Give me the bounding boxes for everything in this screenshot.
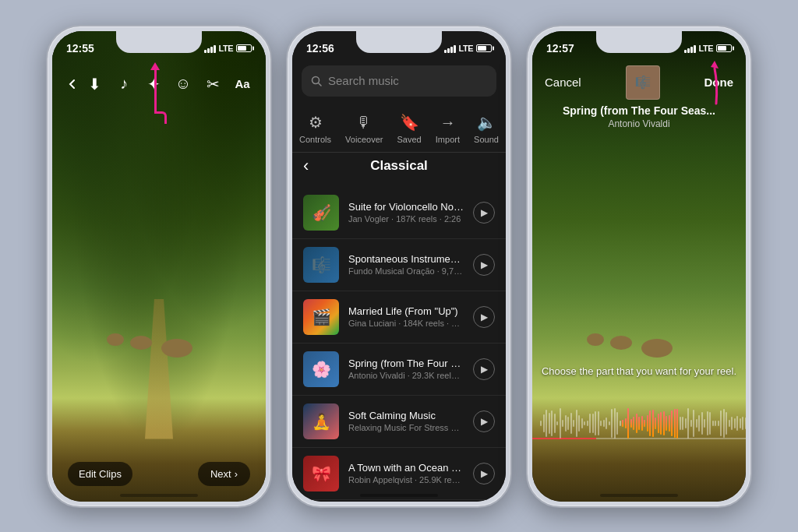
tab-controls[interactable]: ⚙ Controls [299, 113, 331, 144]
album-art: 🎼 [626, 65, 660, 100]
arrow-annotation-3 [685, 61, 724, 111]
tab-sound[interactable]: 🔈 Sound [474, 113, 499, 144]
list-item[interactable]: 🎻 Suite for Violoncello No. 1 in G Maj..… [292, 187, 506, 239]
track-meta-6: Robin Appelqvist · 25.9K reels · 4:39 [348, 475, 464, 484]
track-title-6: A Town with an Ocean View (From... [348, 462, 464, 474]
play-button-5[interactable]: ▶ [473, 410, 495, 432]
battery-3 [716, 44, 732, 52]
lte-2: LTE [459, 44, 473, 53]
track-title-4: Spring (from The Four Seasons) [348, 358, 464, 369]
play-button-1[interactable]: ▶ [473, 202, 495, 224]
track-info-5: Soft Calming Music Relaxing Music For St… [348, 410, 464, 432]
home-indicator-2 [360, 494, 438, 497]
list-item[interactable]: 🎬 Married Life (From "Up") Gina Luciani … [292, 291, 506, 344]
track-thumb-4: 🌸 [303, 351, 339, 387]
track-info-4: Spring (from The Four Seasons) Antonio V… [348, 358, 464, 380]
sheep-3a [610, 336, 632, 350]
tab-row: ⚙ Controls 🎙 Voiceover 🔖 Saved → Import … [292, 106, 506, 153]
track-artist: Antonio Vivaldi [532, 118, 746, 129]
arrow-annotation-1 [150, 69, 167, 124]
search-icon [311, 76, 322, 86]
signal-2 [444, 44, 456, 53]
chevron-right-icon: › [235, 468, 238, 480]
scissors-icon[interactable]: ✂ [200, 72, 225, 97]
track-thumb-1: 🎻 [303, 195, 339, 231]
download-icon[interactable]: ⬇ [82, 72, 107, 97]
track-title-2: Spontaneous Instrumental Worship... [348, 253, 464, 265]
sheep-3 [107, 333, 124, 346]
track-meta-1: Jan Vogler · 187K reels · 2:26 [348, 214, 464, 224]
search-placeholder: Search music [328, 74, 399, 87]
signal-1 [204, 44, 216, 53]
signal-3 [684, 44, 696, 53]
list-item[interactable]: 🎀 A Town with an Ocean View (From... Rob… [292, 448, 506, 500]
edit-clips-button[interactable]: Edit Clips [68, 462, 132, 486]
tab-import-label: Import [436, 135, 460, 144]
mic-icon: 🎙 [356, 114, 372, 132]
play-button-6[interactable]: ▶ [473, 463, 495, 484]
home-indicator-1 [120, 494, 198, 497]
emoji-icon[interactable]: ☺ [171, 72, 196, 97]
music-note-icon[interactable]: ♪ [111, 72, 136, 97]
track-info-1: Suite for Violoncello No. 1 in G Maj... … [348, 201, 464, 224]
battery-1 [236, 44, 252, 52]
track-title-5: Soft Calming Music [348, 410, 464, 421]
phone-2: 12:56 LTE Search music [286, 25, 512, 508]
play-button-3[interactable]: ▶ [473, 306, 495, 328]
notch-1 [116, 31, 202, 53]
bookmark-icon: 🔖 [400, 113, 419, 132]
svg-marker-2 [711, 61, 719, 69]
tab-saved[interactable]: 🔖 Saved [397, 113, 422, 144]
choose-part-text: Choose the part that you want for your r… [532, 365, 746, 377]
tab-controls-label: Controls [299, 135, 331, 144]
back-icon[interactable] [63, 72, 82, 97]
track-thumb-2: 🎼 [303, 247, 339, 283]
search-bar[interactable]: Search music [302, 65, 496, 97]
list-item[interactable]: 🎼 Spontaneous Instrumental Worship... Fu… [292, 239, 506, 291]
track-meta-3: Gina Luciani · 184K reels · 1:09 [348, 319, 464, 328]
tab-import[interactable]: → Import [436, 114, 460, 144]
track-title-1: Suite for Violoncello No. 1 in G Maj... [348, 201, 464, 213]
list-item[interactable]: 🧘 Soft Calming Music Relaxing Music For … [292, 396, 506, 448]
sheep-3b [641, 339, 673, 358]
waveform-area[interactable] [532, 385, 746, 463]
text-icon[interactable]: Aa [230, 72, 255, 97]
category-title: Classical [327, 158, 471, 174]
bottom-bar-1: Edit Clips Next › [52, 462, 266, 486]
svg-line-1 [319, 83, 322, 86]
tab-sound-label: Sound [474, 135, 499, 144]
track-thumb-6: 🎀 [303, 456, 339, 491]
track-info-2: Spontaneous Instrumental Worship... Fund… [348, 253, 464, 276]
sheep-2 [161, 339, 192, 358]
phone-1: 12:55 LTE ⬇ ♪ ✦ ☺ ✂ [46, 25, 272, 508]
status-icons-1: LTE [204, 44, 252, 53]
tab-saved-label: Saved [397, 135, 422, 144]
waveform-bars [532, 404, 746, 443]
list-item[interactable]: 🎵 Kalbhairav ashtakam ♪ vinay dolase · 6… [292, 500, 506, 502]
waveform-track [532, 400, 746, 447]
sheep-3c [587, 333, 604, 346]
track-info-6: A Town with an Ocean View (From... Robin… [348, 462, 464, 484]
track-meta-4: Antonio Vivaldi · 29.3K reels · 3:16 [348, 371, 464, 380]
play-button-4[interactable]: ▶ [473, 358, 495, 380]
play-button-2[interactable]: ▶ [473, 254, 495, 276]
category-back-button[interactable]: ‹ [303, 156, 327, 176]
lte-1: LTE [219, 44, 233, 53]
next-button[interactable]: Next › [198, 462, 250, 486]
category-header: ‹ Classical [292, 156, 506, 176]
music-list: 🎻 Suite for Violoncello No. 1 in G Maj..… [292, 187, 506, 502]
sheep-1 [130, 336, 152, 350]
track-thumb-3: 🎬 [303, 299, 339, 335]
cancel-button[interactable]: Cancel [545, 76, 581, 89]
lte-3: LTE [699, 44, 713, 53]
sound-icon: 🔈 [477, 113, 496, 132]
battery-2 [476, 44, 492, 52]
toolbar-action-icons: ⬇ ♪ ✦ ☺ ✂ Aa [82, 72, 255, 97]
track-title-3: Married Life (From "Up") [348, 305, 464, 317]
list-item[interactable]: 🌸 Spring (from The Four Seasons) Antonio… [292, 344, 506, 396]
notch-2 [356, 31, 442, 53]
tab-voiceover[interactable]: 🎙 Voiceover [345, 114, 383, 144]
sliders-icon: ⚙ [309, 113, 323, 132]
phone-3: 12:57 LTE Cancel 🎼 Done [526, 25, 752, 508]
time-3: 12:57 [546, 42, 574, 55]
